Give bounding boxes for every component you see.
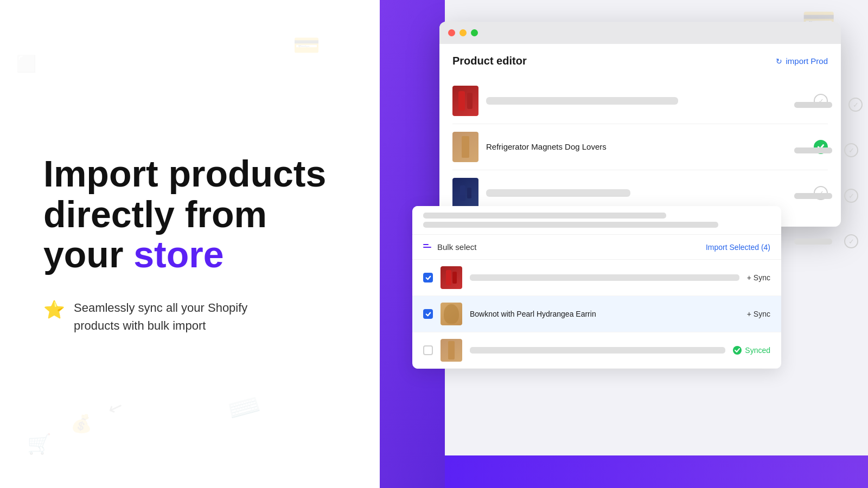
bulk-product-image-3: [441, 339, 462, 362]
left-panel: 💳 ⬜ ⌨️ ↙ 🛒 💰 Import products directly fr…: [0, 0, 391, 488]
side-check-1: ✓: [794, 98, 863, 112]
browser-window: Product editor ↻ import Prod: [439, 22, 841, 227]
side-check-column: ✓ ✓ ✓ ✓: [794, 98, 868, 248]
bulk-row-1: + Sync: [412, 260, 781, 296]
product-image-1: [452, 86, 478, 116]
cart-deco-icon: 🛒: [27, 433, 52, 455]
bottom-bar: [445, 455, 868, 488]
feature-item: ⭐ Seamlessly sync all your Shopify produ…: [43, 299, 347, 335]
hero-title: Import products directly from your store: [43, 153, 347, 275]
product-image-2: [452, 132, 478, 162]
arrow-deco-icon: ↙: [105, 395, 126, 420]
side-check-icon-4: ✓: [844, 234, 858, 248]
bulk-checkbox-2[interactable]: [423, 309, 433, 319]
right-section: 💳 Product editor ↻ import Prod: [380, 0, 868, 488]
coin-deco-icon: 💰: [71, 413, 92, 434]
sync-button-1[interactable]: + Sync: [747, 273, 770, 282]
editor-title: Product editor: [452, 55, 527, 67]
side-check-3: ✓: [794, 189, 863, 203]
traffic-light-green[interactable]: [471, 29, 478, 36]
product-name-placeholder-1: [486, 97, 806, 105]
sync-icon: ↻: [776, 57, 782, 66]
side-check-icon-3: ✓: [844, 189, 858, 203]
bulk-row-name-2: Bowknot with Pearl Hydrangea Earrin: [470, 310, 739, 318]
table-row: ✓: [452, 78, 828, 124]
bulk-select-icon: [423, 244, 433, 251]
bulk-checkbox-1[interactable]: [423, 273, 433, 282]
wallet-deco-icon: 💳: [293, 33, 320, 58]
bulk-row-name-placeholder-1: [470, 274, 739, 281]
side-check-2: ✓: [794, 143, 863, 157]
browser-content: Product editor ↻ import Prod: [439, 44, 841, 227]
editor-header: Product editor ↻ import Prod: [452, 55, 828, 67]
bulk-row-3: Synced: [412, 332, 781, 369]
bulk-checkbox-3[interactable]: [423, 345, 433, 355]
import-selected-button[interactable]: Import Selected (4): [706, 243, 770, 252]
keyboard-deco-icon: ⌨️: [225, 389, 264, 427]
product-name-2: Refrigerator Magnets Dog Lovers: [486, 142, 806, 152]
star-icon: ⭐: [43, 299, 65, 322]
side-check-icon-2: ✓: [844, 143, 858, 157]
browser-titlebar: [439, 22, 841, 44]
bulk-select-header: Bulk select Import Selected (4): [412, 235, 781, 260]
bulk-row-name-placeholder-3: [470, 347, 725, 354]
feature-text: Seamlessly sync all your Shopify product…: [74, 299, 247, 335]
table-row: Refrigerator Magnets Dog Lovers: [452, 124, 828, 170]
bulk-product-image-1: [441, 266, 462, 289]
bulk-select-panel: Bulk select Import Selected (4) + Sync: [412, 206, 781, 369]
traffic-light-red[interactable]: [448, 29, 455, 36]
svg-point-0: [733, 346, 742, 355]
product-image-3: [452, 178, 478, 208]
loading-row-above: [412, 206, 781, 235]
sync-button-2[interactable]: + Sync: [747, 310, 770, 318]
bulk-product-image-2: [441, 303, 462, 325]
bulk-select-label: Bulk select: [423, 242, 477, 252]
traffic-light-yellow[interactable]: [459, 29, 467, 36]
import-products-button[interactable]: ↻ import Prod: [776, 56, 828, 66]
side-check-4: ✓: [794, 234, 863, 248]
side-check-icon-1: ✓: [848, 98, 863, 112]
bulk-row-2: Bowknot with Pearl Hydrangea Earrin + Sy…: [412, 296, 781, 332]
product-name-placeholder-3: [486, 189, 806, 197]
synced-badge: Synced: [733, 346, 770, 355]
synced-check-icon: [733, 346, 742, 355]
square-deco-icon: ⬜: [16, 54, 36, 73]
